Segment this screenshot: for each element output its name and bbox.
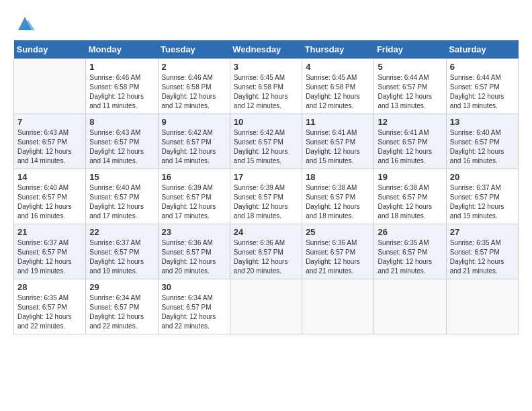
- calendar-cell: 5Sunrise: 6:44 AM Sunset: 6:57 PM Daylig…: [374, 59, 446, 114]
- calendar-table: SundayMondayTuesdayWednesdayThursdayFrid…: [13, 40, 519, 334]
- day-number: 30: [162, 282, 226, 292]
- logo: [13, 13, 35, 34]
- day-info: Sunrise: 6:41 AM Sunset: 6:57 PM Dayligh…: [306, 128, 370, 166]
- day-number: 13: [450, 117, 515, 127]
- day-info: Sunrise: 6:38 AM Sunset: 6:57 PM Dayligh…: [306, 183, 370, 221]
- day-number: 14: [17, 172, 82, 182]
- calendar-cell: 15Sunrise: 6:40 AM Sunset: 6:57 PM Dayli…: [86, 169, 158, 224]
- day-number: 28: [17, 282, 82, 292]
- day-info: Sunrise: 6:40 AM Sunset: 6:57 PM Dayligh…: [89, 183, 154, 221]
- logo-icon: [15, 13, 35, 34]
- calendar-cell: 12Sunrise: 6:41 AM Sunset: 6:57 PM Dayli…: [374, 114, 446, 169]
- calendar-header-row: SundayMondayTuesdayWednesdayThursdayFrid…: [14, 40, 519, 59]
- calendar-cell: 2Sunrise: 6:46 AM Sunset: 6:58 PM Daylig…: [158, 59, 230, 114]
- calendar-week-1: 1Sunrise: 6:46 AM Sunset: 6:58 PM Daylig…: [14, 59, 519, 114]
- day-number: 27: [450, 227, 515, 237]
- calendar-cell: 23Sunrise: 6:36 AM Sunset: 6:57 PM Dayli…: [158, 224, 230, 279]
- day-number: 10: [234, 117, 298, 127]
- day-info: Sunrise: 6:35 AM Sunset: 6:57 PM Dayligh…: [378, 238, 442, 276]
- day-info: Sunrise: 6:41 AM Sunset: 6:57 PM Dayligh…: [378, 128, 442, 166]
- calendar-cell: 10Sunrise: 6:42 AM Sunset: 6:57 PM Dayli…: [230, 114, 302, 169]
- day-number: 2: [162, 62, 226, 72]
- day-number: 24: [234, 227, 298, 237]
- day-number: 26: [378, 227, 442, 237]
- calendar-cell: 20Sunrise: 6:37 AM Sunset: 6:57 PM Dayli…: [446, 169, 518, 224]
- calendar-cell: 1Sunrise: 6:46 AM Sunset: 6:58 PM Daylig…: [86, 59, 158, 114]
- day-info: Sunrise: 6:36 AM Sunset: 6:57 PM Dayligh…: [162, 238, 226, 276]
- day-info: Sunrise: 6:37 AM Sunset: 6:57 PM Dayligh…: [89, 238, 154, 276]
- calendar-cell: [446, 279, 518, 334]
- day-info: Sunrise: 6:34 AM Sunset: 6:57 PM Dayligh…: [162, 293, 226, 331]
- calendar-cell: 4Sunrise: 6:45 AM Sunset: 6:58 PM Daylig…: [302, 59, 374, 114]
- day-info: Sunrise: 6:43 AM Sunset: 6:57 PM Dayligh…: [89, 128, 154, 166]
- day-info: Sunrise: 6:46 AM Sunset: 6:58 PM Dayligh…: [89, 73, 154, 111]
- day-info: Sunrise: 6:39 AM Sunset: 6:57 PM Dayligh…: [162, 183, 226, 221]
- day-header-saturday: Saturday: [446, 40, 518, 59]
- day-number: 5: [378, 62, 442, 72]
- day-number: 29: [89, 282, 154, 292]
- day-number: 1: [89, 62, 154, 72]
- day-info: Sunrise: 6:36 AM Sunset: 6:57 PM Dayligh…: [234, 238, 298, 276]
- calendar-cell: [14, 59, 86, 114]
- day-header-tuesday: Tuesday: [158, 40, 230, 59]
- day-number: 11: [306, 117, 370, 127]
- calendar-cell: 26Sunrise: 6:35 AM Sunset: 6:57 PM Dayli…: [374, 224, 446, 279]
- calendar-cell: 14Sunrise: 6:40 AM Sunset: 6:57 PM Dayli…: [14, 169, 86, 224]
- calendar-week-2: 7Sunrise: 6:43 AM Sunset: 6:57 PM Daylig…: [14, 114, 519, 169]
- day-number: 3: [234, 62, 298, 72]
- calendar-cell: 8Sunrise: 6:43 AM Sunset: 6:57 PM Daylig…: [86, 114, 158, 169]
- calendar-cell: 3Sunrise: 6:45 AM Sunset: 6:58 PM Daylig…: [230, 59, 302, 114]
- day-info: Sunrise: 6:36 AM Sunset: 6:57 PM Dayligh…: [306, 238, 370, 276]
- day-number: 7: [17, 117, 82, 127]
- calendar-cell: 6Sunrise: 6:44 AM Sunset: 6:57 PM Daylig…: [446, 59, 518, 114]
- calendar-cell: 24Sunrise: 6:36 AM Sunset: 6:57 PM Dayli…: [230, 224, 302, 279]
- day-info: Sunrise: 6:42 AM Sunset: 6:57 PM Dayligh…: [162, 128, 226, 166]
- day-header-friday: Friday: [374, 40, 446, 59]
- day-info: Sunrise: 6:40 AM Sunset: 6:57 PM Dayligh…: [17, 183, 82, 221]
- calendar-cell: 30Sunrise: 6:34 AM Sunset: 6:57 PM Dayli…: [158, 279, 230, 334]
- calendar-cell: 17Sunrise: 6:39 AM Sunset: 6:57 PM Dayli…: [230, 169, 302, 224]
- day-number: 15: [89, 172, 154, 182]
- calendar-cell: [230, 279, 302, 334]
- calendar-cell: 29Sunrise: 6:34 AM Sunset: 6:57 PM Dayli…: [86, 279, 158, 334]
- calendar-cell: 21Sunrise: 6:37 AM Sunset: 6:57 PM Dayli…: [14, 224, 86, 279]
- day-info: Sunrise: 6:44 AM Sunset: 6:57 PM Dayligh…: [450, 73, 515, 111]
- day-header-monday: Monday: [86, 40, 158, 59]
- calendar-week-3: 14Sunrise: 6:40 AM Sunset: 6:57 PM Dayli…: [14, 169, 519, 224]
- day-info: Sunrise: 6:44 AM Sunset: 6:57 PM Dayligh…: [378, 73, 442, 111]
- day-info: Sunrise: 6:38 AM Sunset: 6:57 PM Dayligh…: [378, 183, 442, 221]
- day-number: 6: [450, 62, 515, 72]
- calendar-cell: 9Sunrise: 6:42 AM Sunset: 6:57 PM Daylig…: [158, 114, 230, 169]
- day-number: 21: [17, 227, 82, 237]
- day-info: Sunrise: 6:40 AM Sunset: 6:57 PM Dayligh…: [450, 128, 515, 166]
- day-info: Sunrise: 6:46 AM Sunset: 6:58 PM Dayligh…: [162, 73, 226, 111]
- day-number: 19: [378, 172, 442, 182]
- day-header-wednesday: Wednesday: [230, 40, 302, 59]
- calendar-cell: 16Sunrise: 6:39 AM Sunset: 6:57 PM Dayli…: [158, 169, 230, 224]
- day-number: 9: [162, 117, 226, 127]
- day-info: Sunrise: 6:37 AM Sunset: 6:57 PM Dayligh…: [17, 238, 82, 276]
- calendar-cell: 27Sunrise: 6:35 AM Sunset: 6:57 PM Dayli…: [446, 224, 518, 279]
- page-header: [13, 13, 519, 34]
- day-number: 18: [306, 172, 370, 182]
- day-number: 4: [306, 62, 370, 72]
- calendar-week-4: 21Sunrise: 6:37 AM Sunset: 6:57 PM Dayli…: [14, 224, 519, 279]
- day-info: Sunrise: 6:45 AM Sunset: 6:58 PM Dayligh…: [234, 73, 298, 111]
- day-info: Sunrise: 6:35 AM Sunset: 6:57 PM Dayligh…: [17, 293, 82, 331]
- day-number: 23: [162, 227, 226, 237]
- day-header-sunday: Sunday: [14, 40, 86, 59]
- calendar-cell: 22Sunrise: 6:37 AM Sunset: 6:57 PM Dayli…: [86, 224, 158, 279]
- calendar-cell: [374, 279, 446, 334]
- day-number: 22: [89, 227, 154, 237]
- calendar-cell: 13Sunrise: 6:40 AM Sunset: 6:57 PM Dayli…: [446, 114, 518, 169]
- calendar-cell: 18Sunrise: 6:38 AM Sunset: 6:57 PM Dayli…: [302, 169, 374, 224]
- day-number: 17: [234, 172, 298, 182]
- calendar-cell: 19Sunrise: 6:38 AM Sunset: 6:57 PM Dayli…: [374, 169, 446, 224]
- calendar-cell: 25Sunrise: 6:36 AM Sunset: 6:57 PM Dayli…: [302, 224, 374, 279]
- day-number: 16: [162, 172, 226, 182]
- day-info: Sunrise: 6:39 AM Sunset: 6:57 PM Dayligh…: [234, 183, 298, 221]
- day-info: Sunrise: 6:34 AM Sunset: 6:57 PM Dayligh…: [89, 293, 154, 331]
- day-info: Sunrise: 6:45 AM Sunset: 6:58 PM Dayligh…: [306, 73, 370, 111]
- day-number: 8: [89, 117, 154, 127]
- calendar-cell: [302, 279, 374, 334]
